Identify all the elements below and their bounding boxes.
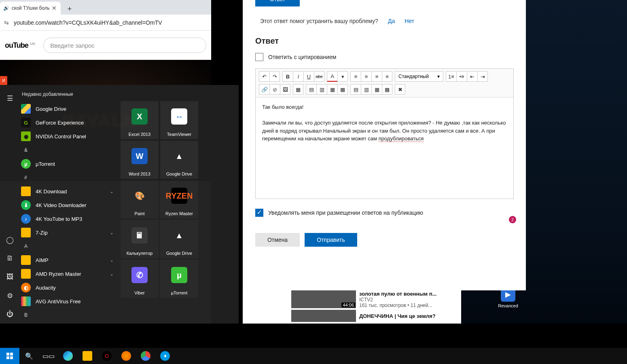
start-letter-hash[interactable]: #: [19, 171, 117, 184]
table-insert-row-button[interactable]: ▤: [350, 84, 361, 95]
tile-excel[interactable]: XExcel 2013: [121, 101, 159, 139]
chevron-down-icon: ⌄: [110, 272, 113, 276]
strikethrough-button[interactable]: abc: [314, 71, 324, 82]
numbered-list-button[interactable]: 1≡: [446, 71, 456, 82]
font-style-select[interactable]: Стандартный▾: [395, 71, 443, 82]
youtube-recommendation[interactable]: 44:06 золотая пулю от военным п... ICTV2…: [243, 290, 461, 308]
link-button[interactable]: 🔗: [259, 84, 269, 95]
clear-format-button[interactable]: ✖: [395, 84, 405, 95]
helpful-yes-link[interactable]: Да: [388, 18, 395, 24]
editor-body[interactable]: Так было всегда! Замечали ли вы, что дос…: [256, 97, 513, 199]
tile-calculator[interactable]: 🖩Калькулятор: [121, 220, 159, 258]
start-app-4kvideo[interactable]: ⬇4K Video Downloader: [19, 198, 117, 212]
tile-teamviewer[interactable]: ↔TeamViewer: [160, 101, 198, 139]
youtube-recommendation[interactable]: ДОНЕЧЧИНА | Чия це земля?: [243, 310, 461, 322]
hamburger-icon[interactable]: ☰: [0, 89, 19, 108]
taskbar-edge[interactable]: [58, 348, 78, 364]
align-right-button[interactable]: ≡: [371, 71, 382, 82]
reply-button[interactable]: Ответ: [255, 0, 300, 6]
tile-word[interactable]: WWord 2013: [121, 141, 159, 179]
rich-text-editor: ↶ ↷ B I U abc A ▾ ≡ ≡ ≡ ≡: [255, 68, 514, 199]
font-color-dropdown[interactable]: ▾: [337, 71, 348, 82]
site-settings-icon[interactable]: ⇆: [2, 19, 11, 27]
taskbar-taskview[interactable]: ▭▭: [39, 348, 58, 364]
start-letter-a[interactable]: A: [19, 239, 117, 253]
taskbar-opera[interactable]: O: [97, 348, 117, 364]
submit-button[interactable]: Отправить: [305, 233, 357, 247]
align-left-button[interactable]: ≡: [350, 71, 361, 82]
pictures-icon[interactable]: 🖼: [0, 268, 19, 286]
start-app-avg[interactable]: AVG AntiVirus Free: [19, 294, 117, 308]
folder-icon: [21, 228, 31, 237]
outdent-button[interactable]: ⇤: [467, 71, 477, 82]
start-app-nvidia[interactable]: ◉NVIDIA Control Panel: [19, 129, 117, 143]
tile-googledrive2[interactable]: ▲Google Drive: [160, 220, 198, 258]
settings-icon[interactable]: ⚙: [0, 286, 19, 305]
quote-checkbox-row[interactable]: Ответить с цитированием: [255, 53, 514, 61]
indent-button[interactable]: ⇥: [477, 71, 488, 82]
bold-button[interactable]: B: [282, 71, 293, 82]
start-letter-amp[interactable]: &: [19, 143, 117, 157]
documents-icon[interactable]: 🗎: [0, 249, 19, 268]
start-app-aimp[interactable]: AIMP⌄: [19, 253, 117, 267]
table-row-button[interactable]: ▤: [306, 84, 316, 95]
align-center-button[interactable]: ≡: [361, 71, 371, 82]
table-merge-button[interactable]: ▩: [337, 84, 348, 95]
folder-icon: [21, 269, 31, 279]
start-app-geforce[interactable]: GGeForce Experience: [19, 116, 117, 129]
bullet-list-button[interactable]: •≡: [456, 71, 467, 82]
notify-checkbox[interactable]: [255, 209, 263, 217]
start-app-utorrent[interactable]: µµTorrent: [19, 157, 117, 171]
table-insert-col-button[interactable]: ▥: [361, 84, 371, 95]
start-button[interactable]: [0, 348, 19, 364]
tile-ryzen[interactable]: RYZENRyzen Master: [160, 180, 198, 218]
taskbar-chrome[interactable]: [136, 348, 155, 364]
close-tab-icon[interactable]: ✕: [52, 5, 57, 11]
new-tab-button[interactable]: +: [64, 3, 75, 15]
start-app-google-drive[interactable]: Google Drive: [19, 102, 117, 116]
taskbar-explorer[interactable]: [78, 348, 97, 364]
helpful-no-link[interactable]: Нет: [405, 18, 414, 24]
italic-button[interactable]: I: [293, 71, 303, 82]
redo-button[interactable]: ↷: [269, 71, 280, 82]
quote-checkbox[interactable]: [255, 53, 263, 61]
taskbar-search[interactable]: 🔍: [19, 348, 39, 364]
start-app-7zip[interactable]: 7-Zip⌄: [19, 226, 117, 239]
image-button[interactable]: 🖼: [280, 84, 290, 95]
user-icon[interactable]: ◯: [0, 231, 19, 249]
cancel-button[interactable]: Отмена: [255, 233, 300, 247]
notify-checkbox-row[interactable]: Уведомлять меня при размещении ответов н…: [255, 209, 514, 217]
edge-icon: [63, 351, 73, 361]
table-cell-button[interactable]: ▦: [327, 84, 337, 95]
start-app-4kyoutube[interactable]: ♪4K YouTube to MP3: [19, 212, 117, 226]
start-app-battlenet[interactable]: Rattle net⌄: [19, 322, 117, 324]
youtube-logo[interactable]: ouTube UA: [5, 41, 35, 50]
table-delete-col-button[interactable]: ▩: [382, 84, 392, 95]
taskbar-app[interactable]: ✦: [155, 348, 175, 364]
table-col-button[interactable]: ▥: [316, 84, 327, 95]
align-justify-button[interactable]: ≡: [382, 71, 392, 82]
table-delete-row-button[interactable]: ▦: [371, 84, 382, 95]
tile-googledrive[interactable]: ▲Google Drive: [160, 141, 198, 179]
start-letter-b[interactable]: B: [19, 308, 117, 322]
tile-paint[interactable]: 🎨Paint: [121, 180, 159, 218]
audio-icon: 🔊: [3, 5, 9, 11]
taskbar-firefox[interactable]: [117, 348, 136, 364]
url-text[interactable]: youtube.com/watch?v=CQLsXK4uiHY&ab_chann…: [14, 19, 209, 26]
table-button[interactable]: ▦: [293, 84, 303, 95]
tile-utorrent[interactable]: µµTorrent: [160, 260, 198, 298]
start-menu-app-list[interactable]: Недавно добавленные Google Drive GGeForc…: [19, 85, 117, 324]
unlink-button[interactable]: ⊘: [269, 84, 280, 95]
tile-viber[interactable]: ✆Viber: [121, 260, 159, 298]
start-app-ryzen[interactable]: AMD Ryzen Master⌄: [19, 267, 117, 281]
font-color-button[interactable]: A: [327, 71, 337, 82]
browser-tab[interactable]: 🔊 ской ТУшки больш ✕: [0, 2, 61, 15]
start-app-audacity[interactable]: ◐Audacity: [19, 281, 117, 294]
undo-button[interactable]: ↶: [259, 71, 269, 82]
start-app-4kdownload[interactable]: 4K Download⌄: [19, 184, 117, 198]
explorer-icon: [83, 351, 92, 361]
underline-button[interactable]: U: [303, 71, 314, 82]
youtube-search-input[interactable]: Введите запрос: [43, 38, 206, 53]
power-icon[interactable]: ⏻: [0, 305, 19, 324]
quote-label: Ответить с цитированием: [268, 54, 336, 60]
